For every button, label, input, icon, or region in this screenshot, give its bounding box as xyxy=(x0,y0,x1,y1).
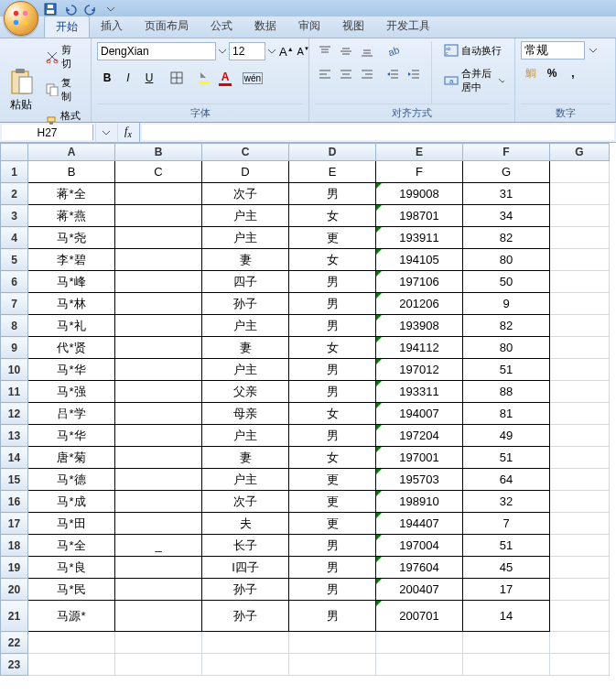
cell[interactable]: 193311 xyxy=(376,381,463,403)
cell[interactable]: 198910 xyxy=(376,491,463,513)
row-header[interactable]: 19 xyxy=(1,557,28,579)
cell[interactable]: 女 xyxy=(289,403,376,425)
cell[interactable]: 200407 xyxy=(376,579,463,601)
cell[interactable]: 男 xyxy=(289,271,376,293)
cell[interactable]: _ xyxy=(115,535,202,557)
cell[interactable]: G xyxy=(463,161,550,183)
cell[interactable] xyxy=(202,654,289,676)
cell[interactable] xyxy=(115,513,202,535)
cell[interactable] xyxy=(550,601,610,632)
cell[interactable]: 四子 xyxy=(202,271,289,293)
phonetic-button[interactable]: wén xyxy=(243,68,263,88)
row-header[interactable]: 21 xyxy=(1,601,28,632)
row-header[interactable]: 17 xyxy=(1,513,28,535)
cell[interactable] xyxy=(550,183,610,205)
cell[interactable] xyxy=(202,632,289,654)
align-right-button[interactable] xyxy=(357,64,377,84)
cell[interactable] xyxy=(115,359,202,381)
align-center-button[interactable] xyxy=(336,64,356,84)
fill-color-button[interactable] xyxy=(194,68,214,88)
cell[interactable]: 197106 xyxy=(376,271,463,293)
cell[interactable]: 195703 xyxy=(376,469,463,491)
row-header[interactable]: 6 xyxy=(1,271,28,293)
cell[interactable]: 男 xyxy=(289,579,376,601)
cell[interactable]: 80 xyxy=(463,249,550,271)
cell[interactable]: 父亲 xyxy=(202,381,289,403)
wrap-text-button[interactable]: abc自动换行 xyxy=(439,41,509,60)
cell[interactable] xyxy=(550,205,610,227)
cell[interactable]: 51 xyxy=(463,447,550,469)
cell[interactable]: 34 xyxy=(463,205,550,227)
cell[interactable]: 194407 xyxy=(376,513,463,535)
cell[interactable]: B xyxy=(28,161,115,183)
cell[interactable]: 马*民 xyxy=(28,579,115,601)
col-header-C[interactable]: C xyxy=(202,144,289,161)
cell[interactable] xyxy=(550,535,610,557)
cell[interactable]: 193911 xyxy=(376,227,463,249)
col-header-D[interactable]: D xyxy=(289,144,376,161)
cell[interactable]: 男 xyxy=(289,557,376,579)
row-header[interactable]: 15 xyxy=(1,469,28,491)
cell[interactable]: 孙子 xyxy=(202,601,289,632)
align-left-button[interactable] xyxy=(315,64,335,84)
cell[interactable] xyxy=(115,491,202,513)
cell[interactable]: 31 xyxy=(463,183,550,205)
cell[interactable]: 马*成 xyxy=(28,491,115,513)
cell[interactable]: 户主 xyxy=(202,315,289,337)
cell[interactable]: 17 xyxy=(463,579,550,601)
align-bottom-button[interactable] xyxy=(357,41,377,61)
cell[interactable] xyxy=(376,654,463,676)
tab-home[interactable]: 开始 xyxy=(44,16,90,38)
col-header-F[interactable]: F xyxy=(463,144,550,161)
tab-review[interactable]: 审阅 xyxy=(287,16,331,38)
increase-indent-button[interactable] xyxy=(404,64,424,84)
cell[interactable]: 马*尧 xyxy=(28,227,115,249)
cell[interactable]: 197012 xyxy=(376,359,463,381)
italic-button[interactable]: I xyxy=(118,68,138,88)
merge-center-button[interactable]: a合并后居中 xyxy=(439,65,509,96)
spreadsheet-grid[interactable]: ABCDEFG 1BCDEFG2蒋*全次子男199008313蒋*燕户主女198… xyxy=(0,143,616,695)
cell[interactable]: 女 xyxy=(289,337,376,359)
cell[interactable]: 64 xyxy=(463,469,550,491)
row-header[interactable]: 4 xyxy=(1,227,28,249)
cell[interactable]: I四子 xyxy=(202,557,289,579)
cell[interactable]: 蒋*全 xyxy=(28,183,115,205)
cell[interactable] xyxy=(28,654,115,676)
cell[interactable]: 次子 xyxy=(202,183,289,205)
cell[interactable] xyxy=(550,491,610,513)
name-box-dropdown[interactable] xyxy=(95,123,117,143)
tab-layout[interactable]: 页面布局 xyxy=(134,16,200,38)
fx-button[interactable]: fx xyxy=(117,123,139,143)
cell[interactable] xyxy=(550,654,610,676)
row-header[interactable]: 2 xyxy=(1,183,28,205)
qat-more-button[interactable] xyxy=(103,2,119,16)
cell[interactable] xyxy=(115,447,202,469)
cell[interactable] xyxy=(550,271,610,293)
cell[interactable]: 马*礼 xyxy=(28,315,115,337)
cell[interactable] xyxy=(28,632,115,654)
cell[interactable]: 孙子 xyxy=(202,579,289,601)
number-format-select[interactable] xyxy=(521,41,585,60)
cell[interactable] xyxy=(463,654,550,676)
cell[interactable] xyxy=(115,632,202,654)
cell[interactable]: 孙子 xyxy=(202,293,289,315)
cell[interactable]: 82 xyxy=(463,315,550,337)
cell[interactable]: 81 xyxy=(463,403,550,425)
bold-button[interactable]: B xyxy=(97,68,117,88)
formula-input[interactable] xyxy=(142,125,614,140)
qat-save-button[interactable] xyxy=(42,2,59,16)
cell[interactable]: 男 xyxy=(289,183,376,205)
row-header[interactable]: 7 xyxy=(1,293,28,315)
comma-button[interactable]: , xyxy=(563,63,583,83)
cell[interactable] xyxy=(550,447,610,469)
cell[interactable]: 51 xyxy=(463,535,550,557)
cell[interactable]: 夫 xyxy=(202,513,289,535)
font-name-select[interactable] xyxy=(97,42,216,60)
percent-button[interactable]: % xyxy=(542,63,562,83)
row-header[interactable]: 3 xyxy=(1,205,28,227)
cell[interactable] xyxy=(376,632,463,654)
cell[interactable]: 马*全 xyxy=(28,535,115,557)
row-header[interactable]: 13 xyxy=(1,425,28,447)
cell[interactable]: 男 xyxy=(289,315,376,337)
cell[interactable] xyxy=(115,425,202,447)
